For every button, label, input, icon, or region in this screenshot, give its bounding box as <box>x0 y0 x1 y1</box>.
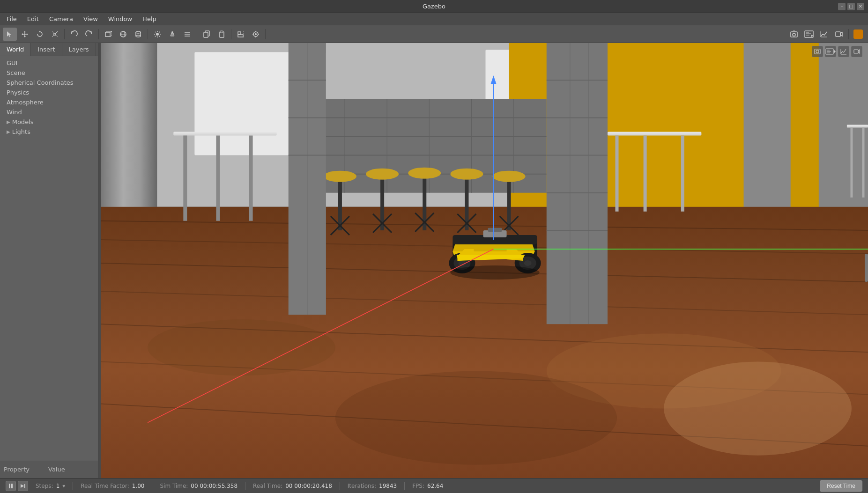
vp-plot-btn[interactable] <box>838 46 849 57</box>
close-btn[interactable]: ✕ <box>857 3 864 10</box>
snap-btn[interactable] <box>249 28 263 41</box>
reset-time-button[interactable]: Reset Time <box>820 480 862 492</box>
panel-tabs: World Insert Layers <box>0 43 98 56</box>
undo-btn[interactable] <box>67 28 81 41</box>
svg-marker-159 <box>834 50 836 53</box>
vp-video-btn[interactable] <box>851 46 862 57</box>
lights-expand-arrow: ▶ <box>7 129 10 134</box>
svg-rect-40 <box>238 32 241 34</box>
point-light-btn[interactable] <box>150 28 164 41</box>
translate-tool-btn[interactable] <box>18 28 32 41</box>
menu-view[interactable]: View <box>79 14 103 24</box>
menu-window[interactable]: Window <box>104 14 137 24</box>
plot-btn[interactable] <box>817 28 831 41</box>
toolbar-separator-4 <box>197 29 197 39</box>
rtf-label: Real Time Factor: <box>81 483 129 489</box>
tree-item-scene[interactable]: Scene <box>0 68 98 78</box>
left-panel: World Insert Layers GUI Scene Spherical … <box>0 43 98 478</box>
property-panel: Property Value <box>0 461 98 478</box>
minimize-btn[interactable]: – <box>838 3 846 10</box>
sim-time-value: 00 00:00:55.358 <box>191 483 237 489</box>
tree-item-spherical[interactable]: Spherical Coordinates <box>0 78 98 88</box>
vp-log-btn[interactable] <box>825 46 836 57</box>
svg-rect-124 <box>547 43 608 324</box>
copy-btn[interactable] <box>200 28 214 41</box>
steps-dropdown-icon[interactable]: ▾ <box>62 483 65 489</box>
log-view-btn[interactable]: ▶ <box>802 28 816 41</box>
value-col-header: Value <box>48 466 65 473</box>
svg-point-92 <box>664 361 852 455</box>
svg-rect-41 <box>238 35 243 37</box>
iterations-section: Iterations: 19843 <box>348 483 397 489</box>
property-header: Property Value <box>4 464 94 475</box>
tree-item-models[interactable]: ▶ Models <box>0 117 98 127</box>
screenshot-btn[interactable] <box>787 28 801 41</box>
svg-point-44 <box>255 33 257 35</box>
tree-item-atmosphere[interactable]: Atmosphere <box>0 97 98 107</box>
tree-item-lights[interactable]: ▶ Lights <box>0 127 98 137</box>
toolbar-separator-6 <box>265 29 266 39</box>
tree-item-lights-label: Lights <box>12 128 30 135</box>
tree-item-physics[interactable]: Physics <box>0 88 98 97</box>
status-sep-1 <box>73 482 73 490</box>
scale-tool-btn[interactable] <box>48 28 62 41</box>
redo-btn[interactable] <box>82 28 96 41</box>
dir-light-btn[interactable] <box>180 28 194 41</box>
pause-btn[interactable] <box>6 481 16 491</box>
svg-rect-162 <box>854 50 858 53</box>
menu-help[interactable]: Help <box>138 14 161 24</box>
svg-rect-165 <box>11 484 13 488</box>
menu-edit[interactable]: Edit <box>22 14 44 24</box>
svg-point-146 <box>524 260 532 266</box>
video-btn[interactable] <box>832 28 846 41</box>
paste-btn[interactable] <box>215 28 229 41</box>
app-title: Gazebo <box>423 3 445 10</box>
rotate-tool-btn[interactable] <box>33 28 47 41</box>
vp-screenshot-btn[interactable] <box>812 46 823 57</box>
tab-insert[interactable]: Insert <box>31 43 62 56</box>
tab-world[interactable]: World <box>0 43 31 56</box>
status-sep-4 <box>340 482 340 490</box>
orange-indicator-btn[interactable] <box>851 28 865 41</box>
box-btn[interactable] <box>101 28 115 41</box>
svg-rect-58 <box>836 32 840 37</box>
svg-rect-12 <box>105 32 110 37</box>
select-tool-btn[interactable] <box>3 28 17 41</box>
menu-file[interactable]: File <box>2 14 22 24</box>
svg-marker-59 <box>840 32 842 36</box>
property-col-header: Property <box>4 466 30 473</box>
svg-rect-140 <box>488 228 502 232</box>
svg-rect-37 <box>204 32 208 37</box>
svg-point-23 <box>156 33 159 36</box>
viewport-3d[interactable] <box>101 43 868 478</box>
tree-item-gui[interactable]: GUI <box>0 58 98 68</box>
sphere-btn[interactable] <box>116 28 130 41</box>
viewport-top-controls <box>812 46 862 57</box>
rtf-value: 1.00 <box>132 483 145 489</box>
svg-marker-6 <box>38 31 41 32</box>
cylinder-btn[interactable] <box>131 28 145 41</box>
tree-item-wind[interactable]: Wind <box>0 107 98 117</box>
svg-point-106 <box>366 169 399 180</box>
scene-svg <box>101 43 868 478</box>
svg-rect-39 <box>220 31 223 33</box>
models-expand-arrow: ▶ <box>7 119 10 125</box>
menu-camera[interactable]: Camera <box>45 14 78 24</box>
status-bar: Steps: 1 ▾ Real Time Factor: 1.00 Sim Ti… <box>0 478 868 493</box>
svg-point-110 <box>450 169 483 180</box>
svg-line-8 <box>52 31 54 33</box>
svg-rect-93 <box>173 132 276 135</box>
window-controls[interactable]: – □ ✕ <box>838 3 864 10</box>
toolbar-separator-7 <box>848 29 849 39</box>
fps-value: 62.64 <box>427 483 443 489</box>
align-btn[interactable] <box>234 28 248 41</box>
status-sep-5 <box>404 482 405 490</box>
svg-point-104 <box>324 171 356 182</box>
real-time-section: Real Time: 00 00:00:20.418 <box>253 483 332 489</box>
toolbar-separator-1 <box>64 29 65 39</box>
step-btn[interactable] <box>18 481 28 491</box>
iterations-label: Iterations: <box>348 483 376 489</box>
maximize-btn[interactable]: □ <box>847 3 855 10</box>
tab-layers[interactable]: Layers <box>62 43 96 56</box>
spot-light-btn[interactable] <box>165 28 179 41</box>
